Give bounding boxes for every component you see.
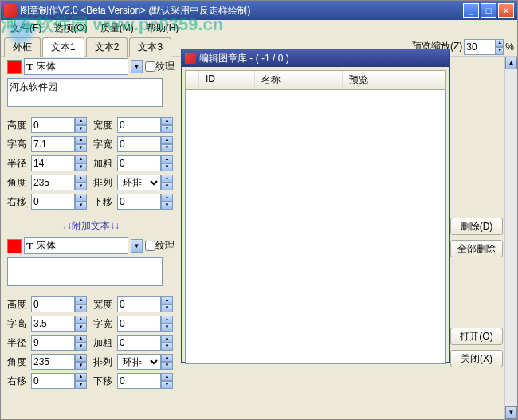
xoff-2[interactable] bbox=[31, 373, 75, 389]
list-area[interactable] bbox=[185, 90, 446, 364]
dialog-title: 编辑图章库 - ( -1 / 0 ) bbox=[199, 52, 289, 65]
width-2[interactable] bbox=[117, 296, 161, 312]
menu-options[interactable]: 选项(O) bbox=[48, 20, 93, 37]
charw-1[interactable] bbox=[117, 136, 161, 152]
xoff-1[interactable] bbox=[31, 194, 75, 210]
pattern-check-1[interactable]: 纹理 bbox=[145, 61, 175, 72]
charw-2[interactable] bbox=[117, 316, 161, 332]
arrange-1[interactable]: 环排 bbox=[117, 175, 161, 190]
yoff-1[interactable] bbox=[117, 194, 161, 210]
zoom-spinner[interactable]: ▲▼ bbox=[496, 39, 504, 55]
zoom-input[interactable] bbox=[464, 39, 496, 55]
col-spacer bbox=[186, 71, 199, 89]
delete-button[interactable]: 删除(D) bbox=[450, 218, 503, 235]
font-select-2[interactable]: T宋体 bbox=[24, 237, 128, 254]
bold-1[interactable] bbox=[117, 155, 161, 171]
height-2[interactable] bbox=[31, 296, 75, 312]
text-content-2[interactable] bbox=[7, 257, 163, 286]
window-title: 图章制作V2.0 <Beta Version> (默认采用中反走样绘制) bbox=[20, 4, 463, 18]
col-id[interactable]: ID bbox=[199, 71, 255, 89]
delete-all-button[interactable]: 全部删除 bbox=[450, 240, 503, 257]
angle-1[interactable] bbox=[31, 175, 75, 190]
open-button[interactable]: 打开(O) bbox=[450, 328, 503, 345]
angle-2[interactable] bbox=[31, 354, 75, 370]
vertical-scrollbar[interactable]: ▲ ▼ bbox=[504, 57, 517, 419]
text-content-1[interactable]: 河东软件园 bbox=[7, 78, 163, 107]
maximize-button[interactable]: □ bbox=[481, 3, 496, 18]
pattern-check-2[interactable]: 纹理 bbox=[145, 241, 175, 251]
radius-1[interactable] bbox=[31, 155, 75, 171]
charh-2[interactable] bbox=[31, 316, 75, 332]
dialog-titlebar: 编辑图章库 - ( -1 / 0 ) bbox=[182, 49, 449, 67]
close-dialog-button[interactable]: 关闭(X) bbox=[450, 350, 503, 367]
font-dropdown-2[interactable]: ▼ bbox=[131, 239, 143, 253]
menu-quality[interactable]: 质量(M) bbox=[94, 20, 140, 37]
color-picker-1[interactable] bbox=[7, 60, 22, 74]
radius-2[interactable] bbox=[31, 335, 75, 351]
close-button[interactable]: × bbox=[498, 3, 514, 18]
col-name[interactable]: 名称 bbox=[255, 71, 343, 89]
tab-text3[interactable]: 文本3 bbox=[129, 37, 171, 57]
menu-help[interactable]: 帮助(H) bbox=[140, 20, 186, 37]
truetype-icon: T bbox=[26, 240, 33, 253]
scroll-up-icon[interactable]: ▲ bbox=[505, 57, 517, 69]
zoom-unit: % bbox=[505, 41, 514, 53]
col-preview[interactable]: 预览 bbox=[343, 71, 445, 89]
font-dropdown-1[interactable]: ▼ bbox=[131, 60, 143, 73]
height-1[interactable] bbox=[31, 117, 75, 133]
arrange-2[interactable]: 环排 bbox=[117, 354, 161, 370]
yoff-2[interactable] bbox=[117, 373, 161, 389]
app-icon bbox=[4, 4, 17, 17]
minimize-button[interactable]: _ bbox=[463, 3, 479, 18]
bold-2[interactable] bbox=[117, 335, 161, 351]
additional-text-label: ↓↓附加文本↓↓ bbox=[7, 219, 175, 233]
tab-text2[interactable]: 文本2 bbox=[86, 37, 128, 57]
font-select-1[interactable]: T宋体 bbox=[24, 58, 128, 75]
dialog-icon bbox=[185, 53, 196, 64]
truetype-icon: T bbox=[26, 61, 33, 73]
list-header: ID 名称 预览 bbox=[185, 70, 446, 90]
width-1[interactable] bbox=[117, 117, 161, 133]
color-picker-2[interactable] bbox=[7, 239, 22, 253]
scroll-down-icon[interactable]: ▼ bbox=[505, 406, 517, 419]
tab-text1[interactable]: 文本1 bbox=[42, 37, 84, 57]
main-titlebar: 图章制作V2.0 <Beta Version> (默认采用中反走样绘制) _ □… bbox=[1, 1, 517, 20]
menubar: 文件(F) 选项(O) 质量(M) 帮助(H) bbox=[1, 20, 517, 37]
library-dialog: 编辑图章库 - ( -1 / 0 ) ID 名称 预览 bbox=[181, 49, 450, 363]
charh-1[interactable] bbox=[31, 136, 75, 152]
